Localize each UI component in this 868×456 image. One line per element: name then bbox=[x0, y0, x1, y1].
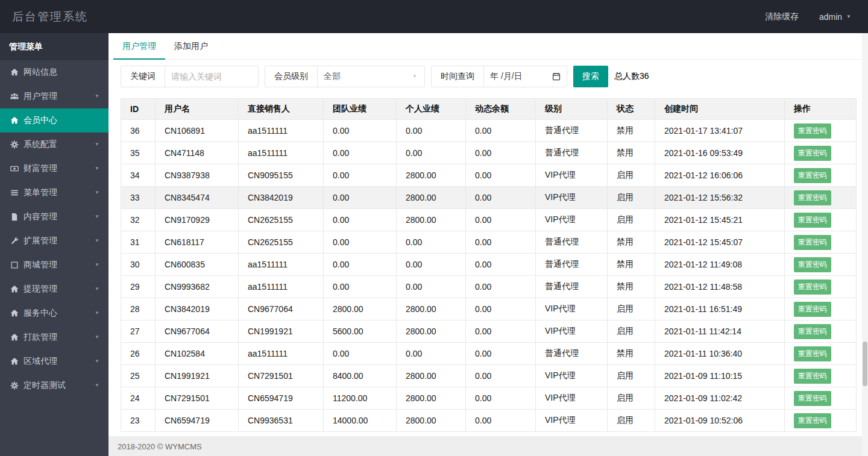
cell-status: 禁用 bbox=[608, 276, 655, 298]
cell-id: 34 bbox=[121, 164, 156, 187]
date-input[interactable]: 年 /月/日 bbox=[483, 66, 567, 87]
table-row: 28CN3842019CN96770642800.002800.000.00VI… bbox=[121, 298, 857, 320]
column-header: 级别 bbox=[536, 99, 608, 120]
cell-dynamic-balance: 0.00 bbox=[466, 142, 536, 164]
sidebar-item-user-management[interactable]: 用户管理▼ bbox=[0, 84, 108, 108]
users-table: ID用户名直接销售人团队业绩个人业绩动态余额级别状态创建时间操作 36CN106… bbox=[121, 98, 857, 432]
sidebar-item-menu-management[interactable]: 菜单管理▼ bbox=[0, 181, 108, 205]
reset-password-button[interactable]: 重置密码 bbox=[794, 302, 831, 317]
reset-password-button[interactable]: 重置密码 bbox=[794, 235, 831, 250]
reset-password-button[interactable]: 重置密码 bbox=[794, 346, 831, 361]
sidebar-item-system-config[interactable]: 系统配置▼ bbox=[0, 133, 108, 157]
member-level-value: 全部 bbox=[324, 71, 341, 82]
cell-level: VIP代理 bbox=[536, 187, 608, 209]
cell-status: 启用 bbox=[608, 410, 655, 432]
cell-direct-seller: aa1511111 bbox=[239, 343, 324, 365]
cell-personal-perf: 2800.00 bbox=[397, 187, 466, 209]
home-icon bbox=[9, 309, 19, 318]
reset-password-button[interactable]: 重置密码 bbox=[794, 280, 831, 295]
reset-password-button[interactable]: 重置密码 bbox=[794, 369, 831, 384]
clear-cache-button[interactable]: 清除缓存 bbox=[765, 11, 799, 22]
sidebar-item-label: 财富管理 bbox=[24, 163, 95, 174]
cell-team-perf: 0.00 bbox=[324, 231, 397, 254]
cell-id: 32 bbox=[121, 209, 156, 231]
total-count-label: 总人数36 bbox=[614, 71, 649, 82]
sidebar-item-timer-test[interactable]: 定时器测试▼ bbox=[0, 373, 108, 398]
table-row: 26CN102584aa15111110.000.000.00普通代理禁用202… bbox=[121, 343, 857, 365]
sidebar-item-label: 服务中心 bbox=[24, 308, 95, 319]
sidebar-item-mall-management[interactable]: 商城管理▼ bbox=[0, 253, 108, 277]
sidebar-item-extension-management[interactable]: 扩展管理▼ bbox=[0, 229, 108, 253]
cell-actions: 重置密码 bbox=[785, 320, 857, 343]
cell-level: 普通代理 bbox=[536, 343, 608, 365]
cell-dynamic-balance: 0.00 bbox=[466, 231, 536, 254]
keyword-input[interactable] bbox=[165, 66, 258, 87]
sidebar-item-member-center[interactable]: 会员中心 bbox=[0, 108, 108, 133]
column-header: ID bbox=[121, 99, 156, 120]
copyright-text: 2018-2020 © WYMCMS bbox=[118, 442, 202, 451]
cell-username: CN8345474 bbox=[156, 187, 239, 209]
home-icon bbox=[9, 68, 19, 77]
reset-password-button[interactable]: 重置密码 bbox=[794, 168, 831, 183]
reset-password-button[interactable]: 重置密码 bbox=[794, 324, 831, 339]
reset-password-button[interactable]: 重置密码 bbox=[794, 413, 831, 428]
member-level-select[interactable]: 全部 ▼ bbox=[317, 66, 424, 87]
user-menu[interactable]: admin ▼ bbox=[819, 12, 851, 22]
scrollbar-track[interactable] bbox=[862, 33, 868, 456]
scrollbar-thumb[interactable] bbox=[863, 342, 867, 386]
table-row: 34CN9387938CN90951550.002800.000.00VIP代理… bbox=[121, 164, 857, 187]
cell-team-perf: 0.00 bbox=[324, 187, 397, 209]
cell-team-perf: 0.00 bbox=[324, 120, 397, 142]
cell-dynamic-balance: 0.00 bbox=[466, 365, 536, 387]
cell-dynamic-balance: 0.00 bbox=[466, 120, 536, 142]
cell-personal-perf: 2800.00 bbox=[397, 298, 466, 320]
cell-username: CN9993682 bbox=[156, 276, 239, 298]
home-icon bbox=[9, 357, 19, 366]
tab-user-management[interactable]: 用户管理 bbox=[113, 33, 165, 60]
tab-add-user[interactable]: 添加用户 bbox=[165, 33, 217, 60]
sidebar-item-withdrawal-management[interactable]: 提现管理▼ bbox=[0, 277, 108, 301]
cell-created: 2021-01-11 16:51:49 bbox=[655, 298, 785, 320]
sidebar-item-regional-agent[interactable]: 区域代理▼ bbox=[0, 349, 108, 373]
sidebar-item-wealth-management[interactable]: 财富管理▼ bbox=[0, 157, 108, 181]
sidebar-item-payment-management[interactable]: 打款管理▼ bbox=[0, 325, 108, 349]
cell-username: CN9677064 bbox=[156, 320, 239, 343]
search-button[interactable]: 搜索 bbox=[573, 66, 608, 87]
cell-team-perf: 2800.00 bbox=[324, 298, 397, 320]
column-header: 用户名 bbox=[156, 99, 239, 120]
sidebar-item-label: 网站信息 bbox=[24, 67, 99, 78]
reset-password-button[interactable]: 重置密码 bbox=[794, 391, 831, 406]
cell-direct-seller: CN2625155 bbox=[239, 231, 324, 254]
reset-password-button[interactable]: 重置密码 bbox=[794, 146, 831, 161]
reset-password-button[interactable]: 重置密码 bbox=[794, 257, 831, 272]
cell-username: CN106891 bbox=[156, 120, 239, 142]
cell-status: 启用 bbox=[608, 387, 655, 410]
sidebar-item-service-center[interactable]: 服务中心▼ bbox=[0, 301, 108, 325]
calendar-icon[interactable] bbox=[552, 72, 561, 81]
cell-created: 2021-01-09 11:02:42 bbox=[655, 387, 785, 410]
chevron-down-icon: ▼ bbox=[95, 335, 99, 340]
cell-personal-perf: 2800.00 bbox=[397, 365, 466, 387]
reset-password-button[interactable]: 重置密码 bbox=[794, 190, 831, 205]
cell-direct-seller: CN9936531 bbox=[239, 410, 324, 432]
sidebar-item-content-management[interactable]: 内容管理▼ bbox=[0, 205, 108, 229]
chevron-down-icon: ▼ bbox=[412, 74, 417, 79]
cell-level: VIP代理 bbox=[536, 410, 608, 432]
cell-username: CN471148 bbox=[156, 142, 239, 164]
cell-created: 2021-01-11 11:42:14 bbox=[655, 320, 785, 343]
cell-created: 2021-01-12 15:56:32 bbox=[655, 187, 785, 209]
cell-status: 禁用 bbox=[608, 254, 655, 276]
time-filter-group: 时间查询 年 /月/日 bbox=[431, 66, 567, 87]
cell-direct-seller: CN1991921 bbox=[239, 320, 324, 343]
cell-level: VIP代理 bbox=[536, 320, 608, 343]
reset-password-button[interactable]: 重置密码 bbox=[794, 213, 831, 228]
reset-password-button[interactable]: 重置密码 bbox=[794, 123, 831, 139]
cell-status: 启用 bbox=[608, 365, 655, 387]
level-filter-group: 会员级别 全部 ▼ bbox=[265, 66, 425, 87]
sidebar-item-site-info[interactable]: 网站信息 bbox=[0, 60, 108, 84]
main-content: 用户管理添加用户 关键词 会员级别 全部 ▼ 时间查询 年 /月/日 bbox=[108, 33, 868, 456]
cell-personal-perf: 2800.00 bbox=[397, 320, 466, 343]
cell-id: 24 bbox=[121, 387, 156, 410]
footer: 2018-2020 © WYMCMS bbox=[108, 436, 868, 456]
cell-actions: 重置密码 bbox=[785, 276, 857, 298]
